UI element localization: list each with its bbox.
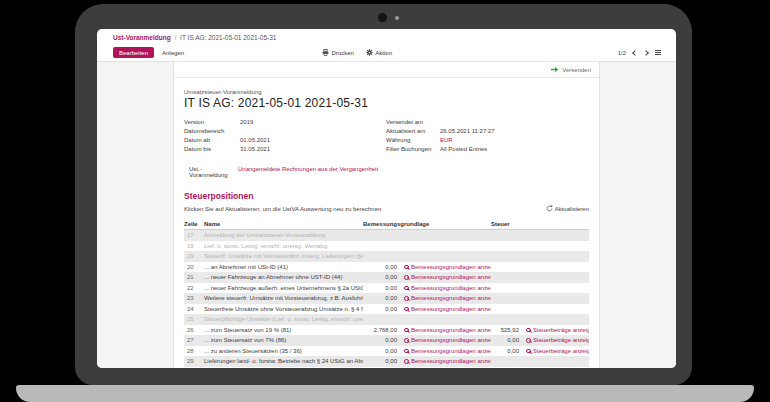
refresh-button[interactable]: Aktualisieren: [546, 205, 589, 212]
row-number: 24: [184, 306, 204, 312]
base-amount: 0,00: [363, 337, 399, 343]
field-value[interactable]: EUR: [440, 137, 589, 143]
tax-amounts-link[interactable]: Steuerbeträge anzeigen: [521, 337, 589, 343]
statusbar: Versenden: [174, 62, 599, 78]
col-zeile: Zeile: [184, 221, 204, 227]
print-button[interactable]: Drucken: [322, 49, 354, 56]
tax-amount: 0,00: [491, 348, 521, 354]
section-subrow: Klicken Sie auf Aktualisieren, um die Us…: [184, 205, 589, 212]
document-sheet: Versenden Umsatzsteuer-Voranmeldung IT I…: [173, 62, 600, 368]
table-row[interactable]: 28... zu anderen Steuersätzen (35 / 36)0…: [184, 346, 589, 357]
tax-positions-table: 17Anmeldung der Umsatzsteuer-Vorauszahlu…: [184, 230, 589, 368]
field-value: All Posted Entries: [440, 146, 589, 152]
link-label: Steuerbeträge anzeigen: [533, 327, 589, 333]
field-label: Datumsbereich: [184, 128, 240, 134]
magnifier-icon: [404, 338, 409, 343]
field-value: 26.05.2021 11:27:27: [440, 128, 589, 134]
table-header: Zeile Name Bemessungsgrundlage Steuer: [184, 219, 589, 230]
tax-amount: 525,92: [491, 327, 521, 333]
row-name: Steuerfr. Umsätze mit Vorsteuerabz. inne…: [204, 253, 363, 259]
edit-button[interactable]: Bearbeiten: [113, 47, 154, 58]
magnifier-icon: [404, 349, 409, 354]
base-amounts-link[interactable]: Bemessungsgrundlagen anzeigen: [399, 327, 491, 333]
chevron-left-icon[interactable]: [632, 50, 638, 56]
refresh-label: Aktualisieren: [555, 206, 589, 212]
base-amounts-link[interactable]: Bemessungsgrundlagen anzeigen: [399, 337, 491, 343]
row-name: ... neuer Fahrzeuge außerh. eines Untern…: [204, 285, 363, 291]
send-button[interactable]: Versenden: [550, 66, 591, 73]
field-label: Version: [184, 119, 240, 125]
col-base: Bemessungsgrundlage: [363, 221, 491, 227]
link-label: Steuerbeträge anzeigen: [533, 337, 589, 343]
row-name: Anmeldung der Umsatzsteuer-Vorauszahlung: [204, 232, 363, 238]
field-label: Währung: [386, 137, 440, 143]
row-number: 28: [184, 348, 204, 354]
chevron-right-icon[interactable]: [643, 50, 649, 56]
table-row[interactable]: 25Steuerpflichtige Umsätze (Lief. u. son…: [184, 314, 589, 325]
table-row[interactable]: 20... an Abnehmer mit USt-ID (41)0,00Bem…: [184, 262, 589, 273]
link-label: Bemessungsgrundlagen anzeigen: [411, 274, 491, 280]
toolbar-right: 1/2: [618, 50, 661, 56]
table-row[interactable]: 23Weitere steuerfr. Umsätze mit Vorsteue…: [184, 293, 589, 304]
table-row[interactable]: 18Lief. u. sonst. Leistg. einschl. unent…: [184, 241, 589, 252]
link-label: Bemessungsgrundlagen anzeigen: [411, 295, 491, 301]
row-number: 21: [184, 274, 204, 280]
col-name: Name: [204, 221, 363, 227]
base-amounts-link[interactable]: Bemessungsgrundlagen anzeigen: [399, 274, 491, 280]
field-label: Versendet am: [386, 119, 440, 125]
row-number: 26: [184, 327, 204, 333]
table-row[interactable]: 29Lieferungen land- u. forstw. Betriebe …: [184, 356, 589, 367]
print-label: Drucken: [332, 50, 354, 56]
action-button[interactable]: Aktion: [366, 49, 392, 56]
magnifier-icon: [404, 328, 409, 333]
tax-amounts-link[interactable]: Steuerbeträge anzeigen: [521, 327, 589, 333]
row-number: 20: [184, 264, 204, 270]
table-row[interactable]: 30Umsätze nach § 24 UStG, z.B. Sägewerke…: [184, 367, 589, 369]
field-label: Filter Buchungen: [386, 146, 440, 152]
section-heading: Steuerpositionen: [184, 191, 589, 201]
breadcrumb-app-link[interactable]: Ust-Voranmeldung: [113, 34, 171, 41]
row-number: 27: [184, 337, 204, 343]
stage: Ust-Voranmeldung / IT IS AG: 2021-05-01 …: [0, 0, 770, 402]
send-label: Versenden: [562, 67, 591, 73]
breadcrumb-separator: /: [174, 34, 176, 41]
row-name: Lieferungen land- u. forstw. Betriebe na…: [204, 358, 363, 364]
base-amounts-link[interactable]: Bemessungsgrundlagen anzeigen: [399, 306, 491, 312]
create-button[interactable]: Anlegen: [162, 50, 184, 56]
row-name: ... zu anderen Steuersätzen (35 / 36): [204, 348, 363, 354]
field-value: 31.05.2021: [240, 146, 386, 152]
table-row[interactable]: 17Anmeldung der Umsatzsteuer-Vorauszahlu…: [184, 230, 589, 241]
base-amounts-link[interactable]: Bemessungsgrundlagen anzeigen: [399, 358, 491, 364]
base-amounts-link[interactable]: Bemessungsgrundlagen anzeigen: [399, 285, 491, 291]
webcam-icon: [378, 13, 387, 22]
base-amount: 0,00: [363, 348, 399, 354]
row-number: 29: [184, 358, 204, 364]
base-amounts-link[interactable]: Bemessungsgrundlagen anzeigen: [399, 264, 491, 270]
base-amounts-link[interactable]: Bemessungsgrundlagen anzeigen: [399, 348, 491, 354]
table-row[interactable]: 22... neuer Fahrzeuge außerh. eines Unte…: [184, 283, 589, 294]
printer-icon: [322, 49, 329, 56]
ustva-label: Ust.-Voranmeldung: [189, 166, 238, 178]
pager: 1/2: [618, 50, 626, 56]
base-amount: 0,00: [363, 306, 399, 312]
refresh-hint: Klicken Sie auf Aktualisieren, um die Us…: [184, 206, 381, 212]
laptop-frame: Ust-Voranmeldung / IT IS AG: 2021-05-01 …: [75, 4, 692, 385]
base-amount: 2.768,00: [363, 327, 399, 333]
magnifier-icon: [404, 359, 409, 364]
table-row[interactable]: 24Steuerfreie Umsätze ohne Vorsteuerabzu…: [184, 304, 589, 315]
row-name: Lief. u. sonst. Leistg. einschl. unentg.…: [204, 243, 363, 249]
magnifier-icon: [404, 275, 409, 280]
col-tax: Steuer: [491, 221, 589, 227]
table-row[interactable]: 19Steuerfr. Umsätze mit Vorsteuerabz. in…: [184, 251, 589, 262]
magnifier-icon: [404, 286, 409, 291]
refresh-icon: [546, 205, 553, 212]
tax-amounts-link[interactable]: Steuerbeträge anzeigen: [521, 348, 589, 354]
base-amounts-link[interactable]: Bemessungsgrundlagen anzeigen: [399, 295, 491, 301]
row-name: ... zum Steuersatz von 19 % (81): [204, 327, 363, 333]
table-row[interactable]: 26... zum Steuersatz von 19 % (81)2.768,…: [184, 325, 589, 336]
menu-icon[interactable]: [655, 50, 661, 56]
table-row[interactable]: 21... neuer Fahrzeuge an Abnehmer ohne U…: [184, 272, 589, 283]
unreported-invoices-link[interactable]: Unangemeldete Rechnungen aus der Vergang…: [238, 166, 378, 178]
table-row[interactable]: 27... zum Steuersatz von 7% (86)0,00Beme…: [184, 335, 589, 346]
gear-icon: [366, 49, 373, 56]
